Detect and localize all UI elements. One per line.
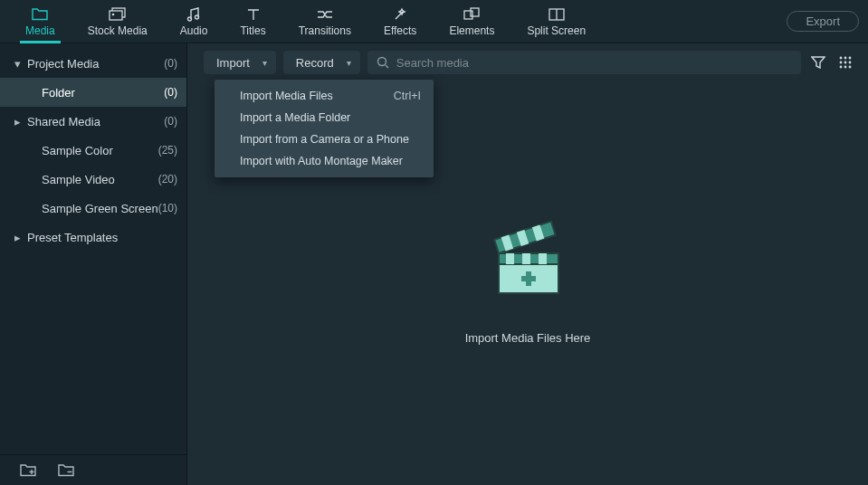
sidebar: ▾ Project Media (0) ▸ Folder (0) ▸ Share… <box>0 43 187 485</box>
tree-label: Sample Color <box>38 144 158 157</box>
tree-label: Sample Video <box>38 173 158 186</box>
tree-count: (0) <box>164 115 177 128</box>
tree-label: Folder <box>38 86 164 100</box>
search-box[interactable] <box>367 51 801 74</box>
tree-count: (20) <box>158 173 177 185</box>
chevron-down-icon: ▾ <box>11 57 24 71</box>
nav-label: Media <box>25 24 55 37</box>
menu-import-media-files[interactable]: Import Media Files Ctrl+I <box>215 85 434 107</box>
tree-row-folder[interactable]: ▸ Folder (0) <box>0 78 186 107</box>
menu-shortcut: Ctrl+I <box>394 90 421 102</box>
svg-line-10 <box>386 65 388 68</box>
svg-point-16 <box>849 62 852 64</box>
search-icon <box>377 56 389 69</box>
svg-point-15 <box>844 62 847 64</box>
svg-point-2 <box>111 13 114 15</box>
menu-label: Import a Media Folder <box>240 111 350 124</box>
nav-transitions[interactable]: Transitions <box>282 0 367 43</box>
nav-label: Transitions <box>299 24 351 37</box>
dropzone-caption: Import Media Files Here <box>465 331 591 345</box>
folder-icon <box>32 6 48 23</box>
chevron-right-icon: ▸ <box>11 115 24 128</box>
svg-point-11 <box>840 57 843 60</box>
filter-icon <box>811 56 825 69</box>
tree-label: Shared Media <box>24 115 164 128</box>
tree-label: Preset Templates <box>24 231 177 244</box>
new-folder-icon[interactable] <box>20 464 36 477</box>
svg-point-19 <box>849 66 852 69</box>
tree-label: Project Media <box>24 57 164 71</box>
import-dropdown[interactable]: Import ▾ <box>204 51 276 74</box>
svg-point-9 <box>377 58 386 66</box>
tree-row-sample-green-screen[interactable]: ▸ Sample Green Screen (10) <box>0 194 186 223</box>
tree-label: Sample Green Screen <box>38 202 158 215</box>
image-stack-icon <box>109 6 127 23</box>
nav-split-screen[interactable]: Split Screen <box>510 0 602 43</box>
svg-point-17 <box>840 66 843 69</box>
nav-elements[interactable]: Elements <box>433 0 510 43</box>
menu-import-media-folder[interactable]: Import a Media Folder <box>215 107 434 128</box>
menu-label: Import from a Camera or a Phone <box>240 133 409 146</box>
tree-row-project-media[interactable]: ▾ Project Media (0) <box>0 49 186 78</box>
top-nav: Media Stock Media Audio Titles Transitio… <box>0 0 868 43</box>
nav-label: Titles <box>240 24 265 37</box>
nav-label: Stock Media <box>88 24 148 37</box>
search-input[interactable] <box>396 56 792 70</box>
nav-effects[interactable]: Effects <box>367 0 433 43</box>
clapperboard-icon <box>486 217 569 300</box>
nav-label: Elements <box>449 24 494 37</box>
shapes-icon <box>463 6 480 23</box>
chevron-down-icon: ▾ <box>347 58 351 68</box>
music-icon <box>186 6 201 23</box>
tree-count: (0) <box>164 57 177 70</box>
tree-row-sample-color[interactable]: ▸ Sample Color (25) <box>0 136 186 165</box>
menu-import-camera-phone[interactable]: Import from a Camera or a Phone <box>215 128 434 150</box>
chevron-right-icon: ▸ <box>11 231 24 244</box>
sidebar-footer <box>0 454 186 485</box>
nav-label: Audio <box>180 24 208 37</box>
svg-point-3 <box>188 17 192 21</box>
view-grid-button[interactable] <box>835 52 855 72</box>
nav-media[interactable]: Media <box>9 0 72 43</box>
record-label: Record <box>296 56 334 70</box>
svg-rect-27 <box>522 253 530 264</box>
svg-point-12 <box>844 57 847 60</box>
record-dropdown[interactable]: Record ▾ <box>283 51 360 74</box>
nav-audio[interactable]: Audio <box>164 0 224 43</box>
media-tree: ▾ Project Media (0) ▸ Folder (0) ▸ Share… <box>0 43 186 454</box>
svg-point-14 <box>840 62 843 64</box>
filter-button[interactable] <box>808 52 828 72</box>
svg-rect-1 <box>110 11 122 20</box>
tree-row-preset-templates[interactable]: ▸ Preset Templates <box>0 223 186 252</box>
main-area: ▾ Project Media (0) ▸ Folder (0) ▸ Share… <box>0 43 868 485</box>
svg-point-13 <box>849 57 852 60</box>
tree-row-shared-media[interactable]: ▸ Shared Media (0) <box>0 107 186 136</box>
svg-rect-26 <box>506 253 514 264</box>
tree-count: (0) <box>164 86 177 99</box>
chevron-down-icon: ▾ <box>262 58 267 68</box>
grid-icon <box>839 56 852 69</box>
menu-import-auto-montage[interactable]: Import with Auto Montage Maker <box>215 150 434 172</box>
svg-rect-5 <box>464 11 472 19</box>
svg-rect-6 <box>471 8 479 16</box>
nav-label: Effects <box>384 24 416 37</box>
import-menu: Import Media Files Ctrl+I Import a Media… <box>215 80 434 177</box>
svg-point-18 <box>844 66 847 69</box>
text-icon <box>247 6 260 23</box>
nav-titles[interactable]: Titles <box>224 0 281 43</box>
split-screen-icon <box>548 6 565 23</box>
svg-point-4 <box>196 15 199 19</box>
menu-label: Import with Auto Montage Maker <box>240 155 403 167</box>
delete-folder-icon[interactable] <box>58 464 74 477</box>
transitions-icon <box>317 6 333 23</box>
nav-stock-media[interactable]: Stock Media <box>72 0 164 43</box>
menu-label: Import Media Files <box>240 90 333 102</box>
wand-icon <box>393 6 407 23</box>
export-button[interactable]: Export <box>787 11 859 32</box>
nav-label: Split Screen <box>527 24 586 37</box>
content-toolbar: Import ▾ Record ▾ <box>187 43 868 81</box>
tree-count: (10) <box>158 202 177 214</box>
tree-row-sample-video[interactable]: ▸ Sample Video (20) <box>0 165 186 194</box>
svg-rect-28 <box>539 253 547 264</box>
import-label: Import <box>216 56 250 70</box>
